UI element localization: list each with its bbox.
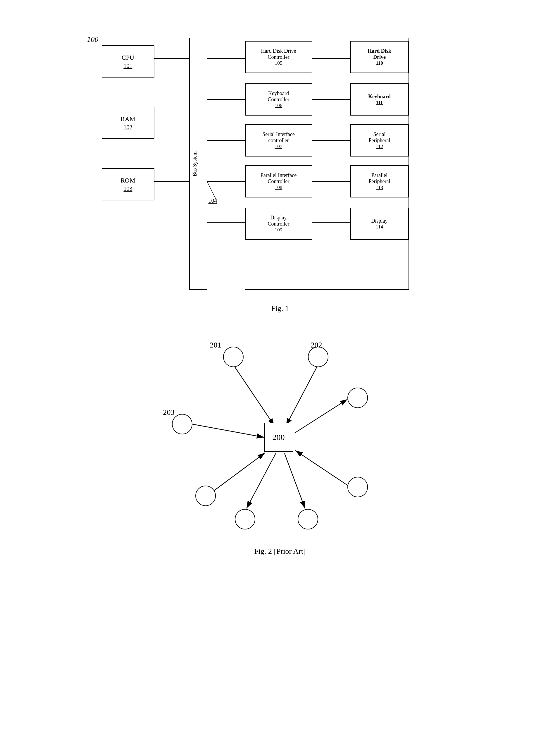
ctrl-serial: Serial Interfacecontroller 107 <box>245 124 312 157</box>
ctrl-display-ref: 109 <box>275 227 282 233</box>
dev-parallel-label: ParallelPeripheral <box>369 172 391 184</box>
dev-keyboard-ref: 111 <box>376 100 383 105</box>
dev-serial-label: SerialPeripheral <box>369 131 391 144</box>
cpu-ref: 101 <box>124 63 133 69</box>
fig1-caption: Fig. 1 <box>76 304 485 313</box>
rom-ref: 103 <box>124 185 133 192</box>
rom-box: ROM 103 <box>102 168 154 200</box>
fig1-diagram: CPU 101 RAM 102 ROM 103 Bus System 104 H… <box>99 35 479 298</box>
svg-line-22 <box>295 451 348 485</box>
dev-hdd-ref: 110 <box>376 60 383 66</box>
dev-display-ref: 114 <box>376 224 383 230</box>
ctrl-display-label: DisplayController <box>268 215 289 227</box>
ctrl-parallel: Parallel InterfaceController 108 <box>245 165 312 197</box>
ctrl-keyboard-label: KeyboardController <box>268 91 289 103</box>
ctrl-serial-label: Serial Interfacecontroller <box>262 131 295 144</box>
fig2-label-201: 201 <box>210 341 221 350</box>
fig2-node-rb <box>347 477 368 497</box>
fig2-caption: Fig. 2 [Prior Art] <box>134 547 426 556</box>
ctrl-hdd: Hard Disk DriveController 105 <box>245 41 312 73</box>
fig2-diagram: 200 201 202 203 <box>148 336 412 541</box>
ctrl-parallel-ref: 108 <box>275 184 282 191</box>
fig2-container: 200 201 202 203 Fig. 2 [Prior Art] <box>134 336 426 556</box>
ctrl-parallel-label: Parallel InterfaceController <box>261 172 297 184</box>
ctrl-serial-ref: 107 <box>275 144 282 150</box>
bus-ref: 104 <box>208 197 217 204</box>
ctrl-display: DisplayController 109 <box>245 208 312 240</box>
fig1-reference-label: 100 <box>87 35 99 44</box>
svg-line-18 <box>234 366 274 425</box>
fig2-label-202: 202 <box>311 341 322 350</box>
fig2-node-bl <box>195 485 216 506</box>
ctrl-hdd-label: Hard Disk DriveController <box>261 48 296 60</box>
bus-text: Bus System <box>192 151 198 176</box>
fig2-node-201 <box>223 346 244 367</box>
svg-line-21 <box>295 399 347 433</box>
svg-line-8 <box>207 181 216 199</box>
fig2-center-label: 200 <box>273 433 285 442</box>
dev-display: Display 114 <box>350 208 409 240</box>
fig2-node-bcr <box>298 509 318 530</box>
dev-serial-ref: 112 <box>376 144 383 150</box>
ram-label: RAM <box>120 115 135 123</box>
dev-keyboard-label: Keyboard <box>368 94 391 100</box>
fig2-node-bcl <box>235 509 255 530</box>
ram-ref: 102 <box>124 124 133 131</box>
dev-display-label: Display <box>372 218 388 224</box>
dev-parallel-ref: 113 <box>376 184 383 191</box>
svg-line-24 <box>246 453 276 509</box>
dev-parallel: ParallelPeripheral 113 <box>350 165 409 197</box>
dev-hdd-label: Hard DiskDrive <box>367 48 391 60</box>
ram-box: RAM 102 <box>102 107 154 139</box>
svg-line-25 <box>284 453 305 509</box>
dev-hdd: Hard DiskDrive 110 <box>350 41 409 73</box>
rom-label: ROM <box>120 177 135 184</box>
fig2-node-202 <box>308 346 328 367</box>
fig1-container: 100 <box>76 35 485 313</box>
svg-rect-14 <box>245 38 409 290</box>
ctrl-keyboard-ref: 106 <box>275 103 282 108</box>
svg-line-20 <box>193 424 264 437</box>
fig2-label-203: 203 <box>163 408 175 417</box>
fig2-center-box: 200 <box>264 423 293 452</box>
ctrl-hdd-ref: 105 <box>275 60 282 66</box>
dev-serial: SerialPeripheral 112 <box>350 124 409 157</box>
fig2-node-rt <box>347 388 368 408</box>
page: 100 <box>0 0 560 755</box>
fig2-node-203 <box>172 414 193 434</box>
bus-label: Bus System <box>192 138 206 190</box>
ctrl-keyboard: KeyboardController 106 <box>245 83 312 116</box>
cpu-box: CPU 101 <box>102 45 154 78</box>
svg-line-19 <box>286 366 318 425</box>
cpu-label: CPU <box>122 54 134 61</box>
dev-keyboard: Keyboard 111 <box>350 83 409 116</box>
